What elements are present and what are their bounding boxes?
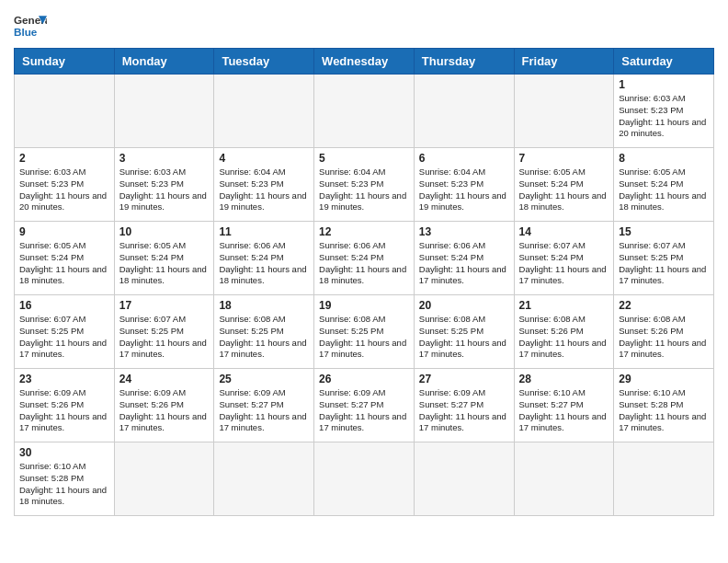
calendar-cell xyxy=(514,442,614,516)
day-info: Sunrise: 6:04 AM Sunset: 5:23 PM Dayligh… xyxy=(419,167,509,213)
calendar-cell xyxy=(514,75,614,148)
day-number: 3 xyxy=(119,152,210,165)
day-number: 25 xyxy=(219,373,309,385)
calendar-cell: 16Sunrise: 6:07 AM Sunset: 5:25 PM Dayli… xyxy=(15,295,115,369)
calendar-cell: 20Sunrise: 6:08 AM Sunset: 5:25 PM Dayli… xyxy=(414,295,514,369)
calendar-table: SundayMondayTuesdayWednesdayThursdayFrid… xyxy=(14,48,714,516)
calendar-cell: 9Sunrise: 6:05 AM Sunset: 5:24 PM Daylig… xyxy=(15,222,115,295)
day-info: Sunrise: 6:08 AM Sunset: 5:25 PM Dayligh… xyxy=(319,314,409,361)
calendar-cell: 18Sunrise: 6:08 AM Sunset: 5:25 PM Dayli… xyxy=(214,295,314,369)
day-number: 12 xyxy=(319,225,409,238)
day-number: 28 xyxy=(519,373,609,385)
day-number: 8 xyxy=(619,152,709,165)
calendar-cell: 23Sunrise: 6:09 AM Sunset: 5:26 PM Dayli… xyxy=(15,369,115,442)
day-number: 7 xyxy=(519,152,609,165)
day-info: Sunrise: 6:09 AM Sunset: 5:27 PM Dayligh… xyxy=(419,387,509,434)
calendar-week-row: 1Sunrise: 6:03 AM Sunset: 5:23 PM Daylig… xyxy=(15,75,714,148)
day-info: Sunrise: 6:08 AM Sunset: 5:25 PM Dayligh… xyxy=(419,314,509,361)
day-info: Sunrise: 6:05 AM Sunset: 5:24 PM Dayligh… xyxy=(19,240,109,287)
calendar-week-row: 16Sunrise: 6:07 AM Sunset: 5:25 PM Dayli… xyxy=(15,295,714,369)
day-number: 5 xyxy=(319,152,409,165)
calendar-cell: 11Sunrise: 6:06 AM Sunset: 5:24 PM Dayli… xyxy=(214,222,314,295)
calendar-cell: 3Sunrise: 6:03 AM Sunset: 5:23 PM Daylig… xyxy=(114,148,214,222)
day-number: 22 xyxy=(619,299,709,312)
day-info: Sunrise: 6:07 AM Sunset: 5:25 PM Dayligh… xyxy=(619,240,709,287)
calendar-cell: 24Sunrise: 6:09 AM Sunset: 5:26 PM Dayli… xyxy=(114,369,214,442)
logo-icon: General Blue xyxy=(14,9,47,42)
day-info: Sunrise: 6:05 AM Sunset: 5:24 PM Dayligh… xyxy=(119,240,210,287)
day-info: Sunrise: 6:03 AM Sunset: 5:23 PM Dayligh… xyxy=(19,167,109,213)
calendar-cell: 12Sunrise: 6:06 AM Sunset: 5:24 PM Dayli… xyxy=(314,222,415,295)
day-number: 30 xyxy=(19,446,109,459)
day-number: 21 xyxy=(519,299,609,312)
calendar-cell: 28Sunrise: 6:10 AM Sunset: 5:27 PM Dayli… xyxy=(514,369,614,442)
calendar-cell: 13Sunrise: 6:06 AM Sunset: 5:24 PM Dayli… xyxy=(414,222,514,295)
calendar-week-row: 23Sunrise: 6:09 AM Sunset: 5:26 PM Dayli… xyxy=(15,369,714,442)
day-number: 2 xyxy=(19,152,109,165)
day-number: 14 xyxy=(519,225,609,238)
calendar-cell: 27Sunrise: 6:09 AM Sunset: 5:27 PM Dayli… xyxy=(414,369,514,442)
calendar-week-row: 9Sunrise: 6:05 AM Sunset: 5:24 PM Daylig… xyxy=(15,222,714,295)
day-info: Sunrise: 6:05 AM Sunset: 5:24 PM Dayligh… xyxy=(519,167,609,213)
day-info: Sunrise: 6:08 AM Sunset: 5:26 PM Dayligh… xyxy=(619,314,709,361)
day-number: 18 xyxy=(219,299,309,312)
day-info: Sunrise: 6:03 AM Sunset: 5:23 PM Dayligh… xyxy=(119,167,210,213)
day-info: Sunrise: 6:05 AM Sunset: 5:24 PM Dayligh… xyxy=(619,167,709,213)
day-number: 20 xyxy=(419,299,509,312)
day-number: 4 xyxy=(219,152,309,165)
calendar-cell xyxy=(114,75,214,148)
calendar-cell: 29Sunrise: 6:10 AM Sunset: 5:28 PM Dayli… xyxy=(614,369,714,442)
day-info: Sunrise: 6:07 AM Sunset: 5:24 PM Dayligh… xyxy=(519,240,609,287)
calendar-cell: 2Sunrise: 6:03 AM Sunset: 5:23 PM Daylig… xyxy=(15,148,115,222)
day-info: Sunrise: 6:10 AM Sunset: 5:28 PM Dayligh… xyxy=(19,461,109,508)
day-info: Sunrise: 6:07 AM Sunset: 5:25 PM Dayligh… xyxy=(119,314,210,361)
day-info: Sunrise: 6:03 AM Sunset: 5:23 PM Dayligh… xyxy=(619,93,709,140)
calendar-week-row: 30Sunrise: 6:10 AM Sunset: 5:28 PM Dayli… xyxy=(15,442,714,516)
day-number: 11 xyxy=(219,225,309,238)
calendar-cell: 17Sunrise: 6:07 AM Sunset: 5:25 PM Dayli… xyxy=(114,295,214,369)
day-info: Sunrise: 6:04 AM Sunset: 5:23 PM Dayligh… xyxy=(319,167,409,213)
day-info: Sunrise: 6:10 AM Sunset: 5:27 PM Dayligh… xyxy=(519,387,609,434)
column-header-friday: Friday xyxy=(514,49,614,75)
day-info: Sunrise: 6:09 AM Sunset: 5:27 PM Dayligh… xyxy=(219,387,309,434)
day-info: Sunrise: 6:09 AM Sunset: 5:27 PM Dayligh… xyxy=(319,387,409,434)
day-number: 29 xyxy=(619,373,709,385)
day-info: Sunrise: 6:09 AM Sunset: 5:26 PM Dayligh… xyxy=(19,387,109,434)
day-info: Sunrise: 6:10 AM Sunset: 5:28 PM Dayligh… xyxy=(619,387,709,434)
column-header-thursday: Thursday xyxy=(414,49,514,75)
day-number: 17 xyxy=(119,299,210,312)
day-number: 10 xyxy=(119,225,210,238)
column-header-tuesday: Tuesday xyxy=(214,49,314,75)
calendar-cell xyxy=(15,75,115,148)
day-info: Sunrise: 6:04 AM Sunset: 5:23 PM Dayligh… xyxy=(219,167,309,213)
calendar-cell: 25Sunrise: 6:09 AM Sunset: 5:27 PM Dayli… xyxy=(214,369,314,442)
calendar-cell xyxy=(114,442,214,516)
calendar-cell: 5Sunrise: 6:04 AM Sunset: 5:23 PM Daylig… xyxy=(314,148,415,222)
day-number: 26 xyxy=(319,373,409,385)
column-header-saturday: Saturday xyxy=(614,49,714,75)
calendar-cell: 26Sunrise: 6:09 AM Sunset: 5:27 PM Dayli… xyxy=(314,369,415,442)
column-header-monday: Monday xyxy=(114,49,214,75)
calendar-cell: 4Sunrise: 6:04 AM Sunset: 5:23 PM Daylig… xyxy=(214,148,314,222)
svg-text:Blue: Blue xyxy=(14,26,38,38)
calendar-cell: 7Sunrise: 6:05 AM Sunset: 5:24 PM Daylig… xyxy=(514,148,614,222)
calendar-header-row: SundayMondayTuesdayWednesdayThursdayFrid… xyxy=(15,49,714,75)
day-number: 23 xyxy=(19,373,109,385)
day-info: Sunrise: 6:09 AM Sunset: 5:26 PM Dayligh… xyxy=(119,387,210,434)
calendar-cell xyxy=(214,442,314,516)
day-number: 6 xyxy=(419,152,509,165)
day-number: 16 xyxy=(19,299,109,312)
day-info: Sunrise: 6:08 AM Sunset: 5:25 PM Dayligh… xyxy=(219,314,309,361)
calendar-cell xyxy=(414,442,514,516)
calendar-cell xyxy=(614,442,714,516)
calendar-cell: 14Sunrise: 6:07 AM Sunset: 5:24 PM Dayli… xyxy=(514,222,614,295)
column-header-wednesday: Wednesday xyxy=(314,49,415,75)
logo: General Blue xyxy=(14,9,47,42)
calendar-cell: 21Sunrise: 6:08 AM Sunset: 5:26 PM Dayli… xyxy=(514,295,614,369)
column-header-sunday: Sunday xyxy=(15,49,115,75)
day-number: 15 xyxy=(619,225,709,238)
day-info: Sunrise: 6:08 AM Sunset: 5:26 PM Dayligh… xyxy=(519,314,609,361)
calendar-cell: 1Sunrise: 6:03 AM Sunset: 5:23 PM Daylig… xyxy=(614,75,714,148)
page-header: General Blue xyxy=(14,9,714,42)
calendar-cell: 6Sunrise: 6:04 AM Sunset: 5:23 PM Daylig… xyxy=(414,148,514,222)
